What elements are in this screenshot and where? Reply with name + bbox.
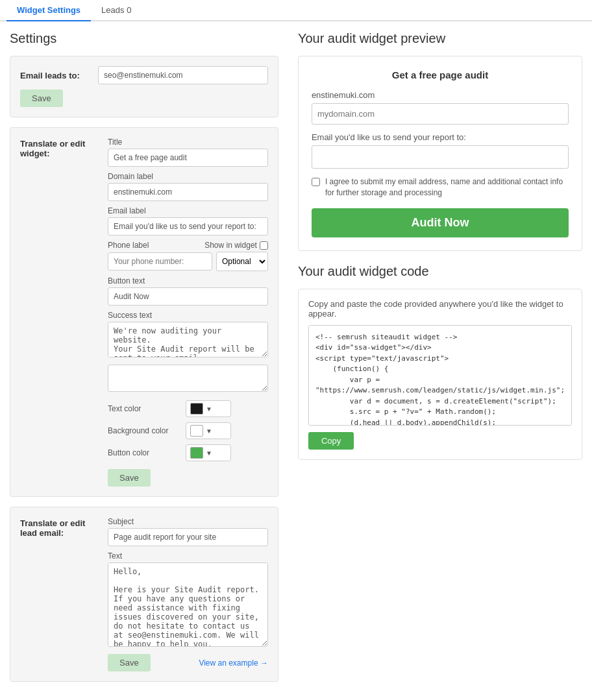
lead-save-row: Save View an example → (108, 654, 268, 671)
btn-color-picker[interactable]: ▼ (186, 444, 231, 461)
lead-email-fields: Subject Text Hello, Here is your Site Au… (108, 517, 268, 671)
email-leads-card: Email leads to: Save (10, 56, 278, 117)
bg-color-picker[interactable]: ▼ (186, 422, 231, 439)
subject-group: Subject (108, 517, 268, 546)
view-example-link[interactable]: View an example → (199, 658, 268, 668)
extra-textarea-group (108, 365, 268, 394)
text-group: Text Hello, Here is your Site Audit repo… (108, 551, 268, 649)
preview-card: Get a free page audit enstinemuki.com Em… (298, 56, 582, 251)
text-color-chevron: ▼ (206, 405, 212, 413)
phone-input-row: Optional (108, 252, 268, 271)
left-panel: Settings Email leads to: Save Translate … (0, 21, 288, 692)
success-text-group: Success text We're now auditing your web… (108, 311, 268, 359)
code-card: Copy and paste the code provided anywher… (298, 289, 582, 460)
bg-color-chevron: ▼ (206, 428, 212, 435)
email-leads-input[interactable] (98, 66, 268, 84)
optional-select[interactable]: Optional (216, 252, 268, 271)
lead-email-label: Translate or edit lead email: (20, 517, 105, 671)
preview-agree-row: I agree to submit my email address, name… (312, 176, 569, 199)
email-label-input[interactable] (108, 217, 268, 235)
bg-color-row: Background color ▼ (108, 422, 268, 439)
button-text-input[interactable] (108, 287, 268, 306)
btn-color-chevron: ▼ (206, 450, 212, 457)
bg-color-label: Background color (108, 426, 186, 435)
right-panel: Your audit widget preview Get a free pag… (288, 21, 592, 470)
preview-title: Your audit widget preview (298, 31, 582, 46)
button-text-label: Button text (108, 276, 268, 285)
btn-color-swatch (190, 447, 203, 459)
bg-color-swatch (190, 425, 203, 437)
title-field-group: Title (108, 138, 268, 167)
preview-email-label: Email you'd like us to send your report … (312, 132, 569, 142)
btn-color-label: Button color (108, 448, 186, 457)
show-in-widget-label: Show in widget (204, 241, 257, 250)
code-description: Copy and paste the code provided anywher… (308, 299, 572, 319)
phone-input[interactable] (108, 252, 212, 271)
tab-widget-settings[interactable]: Widget Settings (6, 0, 91, 21)
domain-label-input[interactable] (108, 183, 268, 201)
translate-widget-card: Translate or edit widget: Title Domain l… (10, 127, 278, 497)
subject-label: Subject (108, 517, 268, 526)
text-color-swatch (190, 403, 203, 415)
domain-label-group: Domain label (108, 172, 268, 201)
text-color-picker[interactable]: ▼ (186, 400, 231, 417)
copy-button[interactable]: Copy (308, 432, 354, 450)
tab-bar: Widget Settings Leads 0 (0, 0, 592, 21)
preview-agree-text: I agree to submit my email address, name… (325, 176, 569, 199)
preview-domain-input[interactable] (312, 103, 569, 125)
email-leads-row: Email leads to: (20, 66, 268, 84)
extra-textarea[interactable] (108, 365, 268, 392)
success-text-label: Success text (108, 311, 268, 320)
title-label: Title (108, 138, 268, 147)
main-layout: Settings Email leads to: Save Translate … (0, 21, 592, 692)
email-leads-label: Email leads to: (20, 71, 92, 80)
preview-agree-checkbox[interactable] (312, 178, 320, 186)
preview-domain-text: enstinemuki.com (312, 90, 569, 100)
phone-label-group: Phone label Show in widget Optional (108, 241, 268, 271)
phone-show-row: Phone label Show in widget (108, 241, 268, 250)
translate-widget-save-button[interactable]: Save (108, 469, 151, 487)
audit-now-button[interactable]: Audit Now (312, 208, 569, 237)
domain-label-text: Domain label (108, 172, 268, 181)
lead-email-inner: Translate or edit lead email: Subject Te… (20, 517, 268, 671)
show-in-widget-row: Show in widget (204, 241, 268, 250)
text-color-label: Text color (108, 404, 186, 413)
code-box[interactable]: <!-- semrush siteaudit widget --> <div i… (308, 325, 572, 426)
title-input[interactable] (108, 149, 268, 167)
button-text-group: Button text (108, 276, 268, 306)
tab-leads[interactable]: Leads 0 (91, 0, 142, 21)
text-label: Text (108, 551, 268, 561)
code-title: Your audit widget code (298, 264, 582, 279)
show-in-widget-checkbox[interactable] (260, 241, 268, 250)
email-leads-save-button[interactable]: Save (20, 90, 63, 107)
translate-widget-inner: Translate or edit widget: Title Domain l… (20, 138, 268, 487)
success-text-input[interactable]: We're now auditing your website. Your Si… (108, 322, 268, 357)
email-label-text: Email label (108, 206, 268, 215)
btn-color-row: Button color ▼ (108, 444, 268, 461)
subject-input[interactable] (108, 528, 268, 546)
lead-email-card: Translate or edit lead email: Subject Te… (10, 507, 278, 682)
text-color-row: Text color ▼ (108, 400, 268, 417)
settings-title: Settings (10, 31, 278, 46)
translate-widget-fields: Title Domain label Email label (108, 138, 268, 487)
email-label-group: Email label (108, 206, 268, 235)
phone-label-text: Phone label (108, 241, 149, 250)
preview-heading: Get a free page audit (312, 69, 569, 80)
translate-widget-label: Translate or edit widget: (20, 138, 105, 487)
preview-email-box (312, 145, 569, 169)
lead-save-button[interactable]: Save (108, 654, 151, 671)
text-input[interactable]: Hello, Here is your Site Audit report. I… (108, 562, 268, 647)
